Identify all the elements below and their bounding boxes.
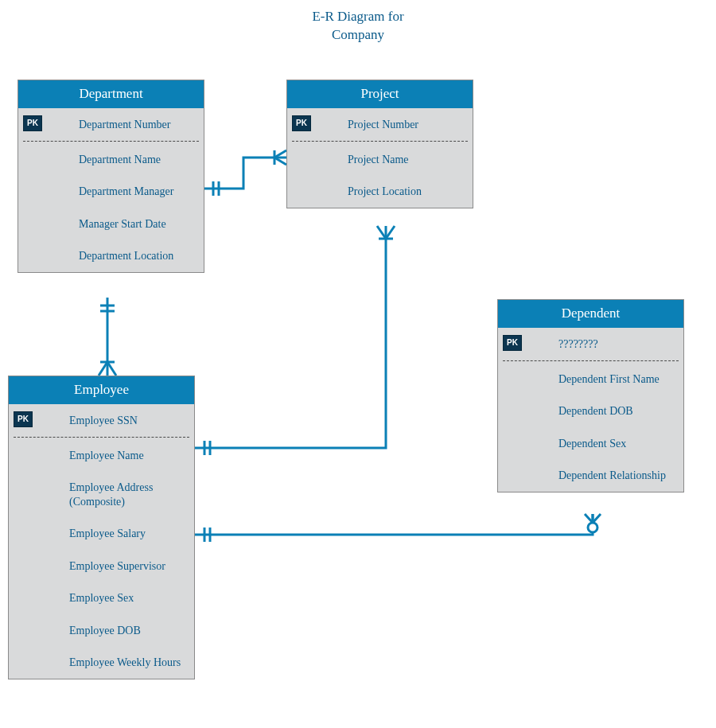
attr-employee-dob: Employee DOB: [9, 614, 194, 647]
pk-divider: [503, 360, 679, 361]
entity-employee: Employee PK Employee SSN Employee Name E…: [8, 376, 195, 679]
pk-badge: PK: [23, 115, 42, 131]
er-diagram-canvas: E-R Diagram for Company: [0, 0, 716, 728]
entity-department-header: Department: [18, 80, 204, 108]
entity-dependent: Dependent PK ???????? Dependent First Na…: [497, 299, 684, 492]
attr-employee-supervisor: Employee Supervisor: [9, 550, 194, 582]
attr-label: ????????: [558, 338, 598, 350]
entity-employee-header: Employee: [9, 376, 194, 404]
attr-dependent-pk: PK ????????: [498, 328, 683, 360]
attr-project-number: PK Project Number: [287, 108, 473, 141]
attr-dependent-first-name: Dependent First Name: [498, 363, 683, 395]
svg-line-4: [274, 158, 286, 165]
attr-department-location: Department Location: [18, 239, 204, 272]
svg-line-3: [274, 150, 286, 158]
title-line2: Company: [332, 27, 384, 42]
attr-department-number: PK Department Number: [18, 108, 204, 141]
pk-badge: PK: [292, 115, 311, 131]
attr-label: Project Number: [348, 119, 418, 130]
svg-point-18: [588, 523, 597, 532]
svg-line-14: [377, 226, 386, 239]
svg-line-19: [585, 514, 593, 523]
entity-department: Department PK Department Number Departme…: [18, 80, 204, 273]
svg-line-10: [107, 362, 116, 376]
attr-dependent-sex: Dependent Sex: [498, 427, 683, 460]
pk-divider: [292, 141, 468, 142]
rel-employee-project: [195, 226, 395, 455]
entity-project: Project PK Project Number Project Name P…: [286, 80, 473, 208]
attr-employee-salary: Employee Salary: [9, 517, 194, 550]
diagram-title: E-R Diagram for Company: [0, 8, 716, 45]
pk-badge: PK: [14, 411, 33, 427]
rel-employee-dependent: [195, 514, 601, 542]
svg-line-15: [386, 226, 395, 239]
attr-employee-ssn: PK Employee SSN: [9, 404, 194, 437]
entity-dependent-header: Dependent: [498, 300, 683, 328]
attr-manager-start-date: Manager Start Date: [18, 208, 204, 240]
attr-label: Department Number: [79, 119, 170, 130]
svg-line-20: [593, 514, 601, 523]
attr-department-name: Department Name: [18, 143, 204, 176]
attr-label: Employee SSN: [69, 415, 138, 426]
pk-divider: [14, 437, 189, 438]
attr-employee-name: Employee Name: [9, 439, 194, 472]
attr-dependent-relationship: Dependent Relationship: [498, 459, 683, 492]
entity-project-header: Project: [287, 80, 473, 108]
pk-divider: [23, 141, 199, 142]
attr-project-name: Project Name: [287, 143, 473, 176]
attr-employee-address: Employee Address (Composite): [9, 471, 194, 517]
title-line1: E-R Diagram for: [312, 9, 403, 24]
attr-employee-weekly-hours: Employee Weekly Hours: [9, 646, 194, 679]
attr-employee-sex: Employee Sex: [9, 582, 194, 614]
rel-department-project: [204, 150, 286, 196]
pk-badge: PK: [503, 335, 522, 351]
attr-project-location: Project Location: [287, 175, 473, 208]
svg-line-9: [99, 362, 107, 376]
rel-department-employee: [99, 298, 116, 376]
attr-dependent-dob: Dependent DOB: [498, 395, 683, 427]
attr-department-manager: Department Manager: [18, 175, 204, 208]
